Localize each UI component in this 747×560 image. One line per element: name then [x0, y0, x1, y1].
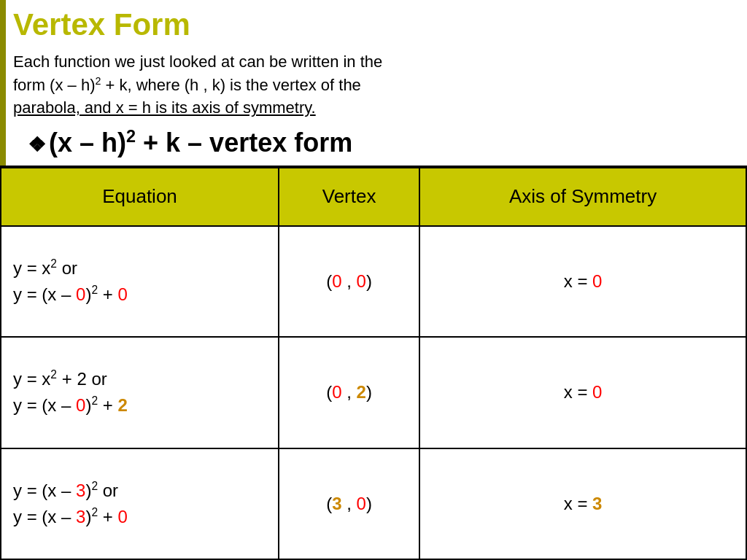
equation-cell-2: y = x2 + 2 or y = (x – 0)2 + 2 — [1, 337, 279, 448]
vertex-formula: ❖(x – h)2 + k – vertex form — [13, 127, 732, 158]
eq1-h: 0 — [76, 284, 85, 304]
desc-part3: + k, where (h , k) is the vertex of the — [101, 76, 360, 94]
page-title: Vertex Form — [13, 7, 732, 42]
eq1-k: 0 — [117, 284, 127, 304]
eq3-h2: 3 — [76, 507, 85, 526]
desc-part1: Each function we just looked at can be w… — [13, 52, 382, 71]
vertex2-h: 0 — [332, 382, 341, 402]
table-row: y = x2 or y = (x – 0)2 + 0 (0 , 0) x = 0 — [1, 226, 746, 337]
vertex-cell-3: (3 , 0) — [279, 448, 419, 559]
formula-text: (x – h)2 + k – vertex form — [49, 128, 352, 158]
table-section: Equation Vertex Axis of Symmetry y = x2 … — [0, 166, 747, 560]
vertex-cell-1: (0 , 0) — [279, 226, 419, 337]
desc-part4: parabola, and x = h is its axis of symme… — [13, 98, 316, 117]
col-header-axis: Axis of Symmetry — [419, 168, 746, 226]
page-container: Vertex Form Each function we just looked… — [0, 0, 747, 560]
eq3-k: 0 — [117, 507, 127, 526]
eq1-line2: y = (x – 0)2 + 0 — [13, 281, 266, 308]
vertex3-h: 3 — [332, 494, 341, 513]
axis2-val: 0 — [592, 382, 602, 402]
axis3-val: 3 — [592, 494, 602, 513]
description-text: Each function we just looked at can be w… — [13, 51, 732, 120]
vertex2-k: 2 — [357, 382, 366, 402]
table-header-row: Equation Vertex Axis of Symmetry — [1, 168, 746, 226]
diamond-icon: ❖ — [28, 133, 46, 156]
data-table: Equation Vertex Axis of Symmetry y = x2 … — [0, 167, 747, 560]
eq1-line1: y = x2 or — [13, 255, 266, 281]
top-section: Vertex Form Each function we just looked… — [0, 0, 747, 166]
eq2-line1: y = x2 + 2 or — [13, 366, 266, 392]
vertex-cell-2: (0 , 2) — [279, 337, 419, 448]
eq3-line1: y = (x – 3)2 or — [13, 478, 266, 504]
axis-cell-2: x = 0 — [419, 337, 746, 448]
equation-cell-1: y = x2 or y = (x – 0)2 + 0 — [1, 226, 279, 337]
eq2-h: 0 — [76, 395, 85, 415]
axis-cell-3: x = 3 — [419, 448, 746, 559]
equation-cell-3: y = (x – 3)2 or y = (x – 3)2 + 0 — [1, 448, 279, 559]
vertex1-k: 0 — [357, 271, 366, 291]
axis-cell-1: x = 0 — [419, 226, 746, 337]
table-row: y = (x – 3)2 or y = (x – 3)2 + 0 (3 , 0)… — [1, 448, 746, 559]
eq2-k: 2 — [117, 395, 127, 415]
eq2-line2: y = (x – 0)2 + 2 — [13, 392, 266, 419]
vertex3-k: 0 — [357, 494, 366, 513]
col-header-vertex: Vertex — [279, 168, 419, 226]
axis1-val: 0 — [592, 271, 602, 291]
eq3-h1: 3 — [76, 481, 85, 500]
desc-part2: form (x – h) — [13, 76, 95, 94]
col-header-equation: Equation — [1, 168, 279, 226]
vertex1-h: 0 — [332, 271, 341, 291]
eq3-line2: y = (x – 3)2 + 0 — [13, 504, 266, 530]
table-row: y = x2 + 2 or y = (x – 0)2 + 2 (0 , 2) x… — [1, 337, 746, 448]
